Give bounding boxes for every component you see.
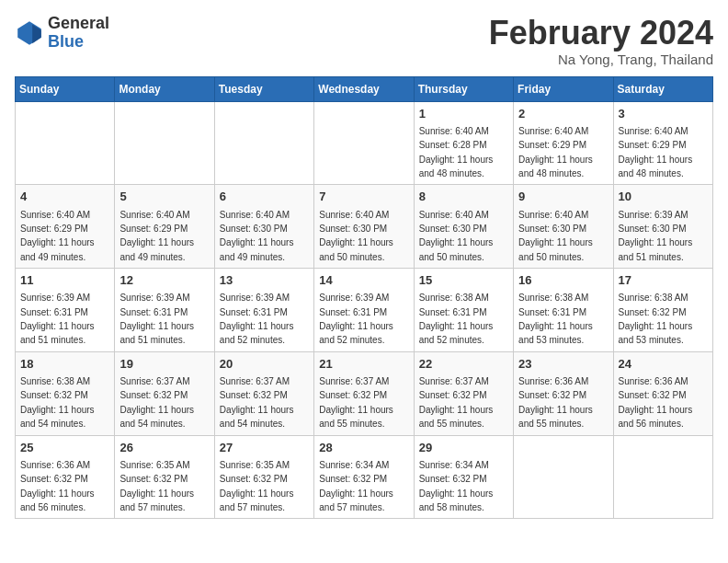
calendar-cell: 21Sunrise: 6:37 AM Sunset: 6:32 PM Dayli… [314,351,414,435]
day-number: 20 [220,356,309,373]
day-info: Sunrise: 6:40 AM Sunset: 6:30 PM Dayligh… [220,210,294,262]
day-info: Sunrise: 6:38 AM Sunset: 6:31 PM Dayligh… [419,293,494,345]
day-number: 23 [518,356,608,373]
calendar-table: SundayMondayTuesdayWednesdayThursdayFrid… [15,76,713,520]
day-info: Sunrise: 6:38 AM Sunset: 6:31 PM Dayligh… [518,293,593,345]
weekday-header: Wednesday [314,76,414,101]
calendar-week-row: 11Sunrise: 6:39 AM Sunset: 6:31 PM Dayli… [16,269,713,352]
weekday-header: Thursday [414,76,513,101]
day-number: 3 [619,106,708,122]
calendar-week-row: 25Sunrise: 6:36 AM Sunset: 6:32 PM Dayli… [16,435,713,519]
calendar-cell: 23Sunrise: 6:36 AM Sunset: 6:32 PM Dayli… [514,351,613,435]
calendar-cell: 5Sunrise: 6:40 AM Sunset: 6:29 PM Daylig… [115,185,214,269]
calendar-cell: 16Sunrise: 6:38 AM Sunset: 6:31 PM Dayli… [514,269,613,352]
weekday-header-row: SundayMondayTuesdayWednesdayThursdayFrid… [16,76,713,101]
day-info: Sunrise: 6:35 AM Sunset: 6:32 PM Dayligh… [220,460,294,512]
day-info: Sunrise: 6:37 AM Sunset: 6:32 PM Dayligh… [419,376,494,429]
day-info: Sunrise: 6:40 AM Sunset: 6:30 PM Dayligh… [419,210,494,262]
day-number: 10 [619,189,708,205]
day-number: 1 [419,106,508,122]
calendar-cell: 14Sunrise: 6:39 AM Sunset: 6:31 PM Dayli… [314,269,414,352]
day-number: 26 [119,440,209,456]
weekday-header: Monday [115,76,214,101]
day-info: Sunrise: 6:40 AM Sunset: 6:29 PM Dayligh… [119,210,194,262]
logo: General Blue [15,15,109,52]
day-info: Sunrise: 6:36 AM Sunset: 6:32 PM Dayligh… [20,460,95,512]
day-info: Sunrise: 6:36 AM Sunset: 6:32 PM Dayligh… [619,376,693,429]
calendar-cell: 15Sunrise: 6:38 AM Sunset: 6:31 PM Dayli… [414,269,513,352]
calendar-cell: 8Sunrise: 6:40 AM Sunset: 6:30 PM Daylig… [414,185,513,269]
day-number: 19 [119,356,209,373]
day-number: 25 [20,440,109,456]
day-number: 15 [419,272,508,289]
calendar-cell: 11Sunrise: 6:39 AM Sunset: 6:31 PM Dayli… [16,269,115,352]
location-subtitle: Na Yong, Trang, Thailand [489,52,713,67]
calendar-cell: 18Sunrise: 6:38 AM Sunset: 6:32 PM Dayli… [16,351,115,435]
calendar-cell [613,435,712,519]
calendar-cell: 2Sunrise: 6:40 AM Sunset: 6:29 PM Daylig… [514,101,613,185]
calendar-cell: 3Sunrise: 6:40 AM Sunset: 6:29 PM Daylig… [613,101,712,185]
calendar-cell: 26Sunrise: 6:35 AM Sunset: 6:32 PM Dayli… [115,435,214,519]
calendar-cell: 24Sunrise: 6:36 AM Sunset: 6:32 PM Dayli… [613,351,712,435]
day-info: Sunrise: 6:40 AM Sunset: 6:30 PM Dayligh… [319,210,393,262]
day-info: Sunrise: 6:37 AM Sunset: 6:32 PM Dayligh… [319,376,393,429]
day-number: 7 [319,189,408,205]
day-info: Sunrise: 6:39 AM Sunset: 6:31 PM Dayligh… [319,293,393,345]
day-info: Sunrise: 6:34 AM Sunset: 6:32 PM Dayligh… [419,460,494,512]
calendar-cell: 27Sunrise: 6:35 AM Sunset: 6:32 PM Dayli… [214,435,313,519]
day-info: Sunrise: 6:35 AM Sunset: 6:32 PM Dayligh… [119,460,194,512]
weekday-header: Saturday [613,76,712,101]
day-info: Sunrise: 6:40 AM Sunset: 6:29 PM Dayligh… [20,210,95,262]
day-number: 18 [20,356,109,373]
day-info: Sunrise: 6:40 AM Sunset: 6:29 PM Dayligh… [518,126,593,178]
calendar-cell: 7Sunrise: 6:40 AM Sunset: 6:30 PM Daylig… [314,185,414,269]
calendar-cell: 20Sunrise: 6:37 AM Sunset: 6:32 PM Dayli… [214,351,313,435]
calendar-cell: 17Sunrise: 6:38 AM Sunset: 6:32 PM Dayli… [613,269,712,352]
day-number: 16 [518,272,608,289]
day-info: Sunrise: 6:40 AM Sunset: 6:29 PM Dayligh… [619,126,693,178]
day-number: 5 [119,189,209,205]
day-number: 13 [220,272,309,289]
day-info: Sunrise: 6:39 AM Sunset: 6:31 PM Dayligh… [220,293,294,345]
day-info: Sunrise: 6:39 AM Sunset: 6:31 PM Dayligh… [119,293,194,345]
calendar-cell [514,435,613,519]
calendar-cell: 13Sunrise: 6:39 AM Sunset: 6:31 PM Dayli… [214,269,313,352]
day-info: Sunrise: 6:37 AM Sunset: 6:32 PM Dayligh… [119,376,194,429]
calendar-cell: 29Sunrise: 6:34 AM Sunset: 6:32 PM Dayli… [414,435,513,519]
day-number: 22 [419,356,508,373]
day-info: Sunrise: 6:38 AM Sunset: 6:32 PM Dayligh… [619,293,693,345]
calendar-cell: 25Sunrise: 6:36 AM Sunset: 6:32 PM Dayli… [16,435,115,519]
calendar-cell [16,101,115,185]
day-info: Sunrise: 6:40 AM Sunset: 6:30 PM Dayligh… [518,210,593,262]
calendar-cell: 12Sunrise: 6:39 AM Sunset: 6:31 PM Dayli… [115,269,214,352]
day-number: 2 [518,106,608,122]
day-info: Sunrise: 6:38 AM Sunset: 6:32 PM Dayligh… [20,376,95,429]
weekday-header: Sunday [16,76,115,101]
day-info: Sunrise: 6:40 AM Sunset: 6:28 PM Dayligh… [419,126,494,178]
calendar-cell: 9Sunrise: 6:40 AM Sunset: 6:30 PM Daylig… [514,185,613,269]
calendar-cell: 10Sunrise: 6:39 AM Sunset: 6:30 PM Dayli… [613,185,712,269]
calendar-cell [115,101,214,185]
calendar-cell: 6Sunrise: 6:40 AM Sunset: 6:30 PM Daylig… [214,185,313,269]
day-info: Sunrise: 6:39 AM Sunset: 6:31 PM Dayligh… [20,293,95,345]
weekday-header: Tuesday [214,76,313,101]
day-number: 6 [220,189,309,205]
logo-icon [15,18,44,48]
logo-blue: Blue [48,33,109,52]
header: General Blue February 2024 Na Yong, Tran… [15,15,713,67]
day-number: 17 [619,272,708,289]
day-number: 24 [619,356,708,373]
day-info: Sunrise: 6:34 AM Sunset: 6:32 PM Dayligh… [319,460,393,512]
calendar-cell [214,101,313,185]
day-number: 14 [319,272,408,289]
day-number: 11 [20,272,109,289]
day-number: 4 [20,189,109,205]
day-number: 27 [220,440,309,456]
calendar-cell: 1Sunrise: 6:40 AM Sunset: 6:28 PM Daylig… [414,101,513,185]
day-info: Sunrise: 6:36 AM Sunset: 6:32 PM Dayligh… [518,376,593,429]
calendar-cell: 22Sunrise: 6:37 AM Sunset: 6:32 PM Dayli… [414,351,513,435]
calendar-cell: 4Sunrise: 6:40 AM Sunset: 6:29 PM Daylig… [16,185,115,269]
day-number: 9 [518,189,608,205]
day-number: 12 [119,272,209,289]
day-number: 28 [319,440,408,456]
